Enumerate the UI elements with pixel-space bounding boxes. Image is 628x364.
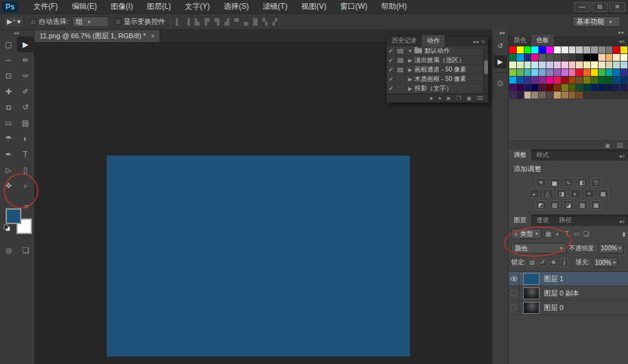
- color-swatch[interactable]: [591, 77, 598, 83]
- lock-all-icon[interactable]: ⚷: [560, 259, 568, 267]
- scrollbar-thumb[interactable]: [484, 60, 488, 74]
- checkmark-icon[interactable]: ✓: [387, 56, 396, 65]
- color-swatch[interactable]: [554, 46, 561, 53]
- channel-mixer-icon[interactable]: ◓: [584, 189, 595, 198]
- visibility-toggle[interactable]: [509, 272, 519, 286]
- tab-channels[interactable]: 通道: [531, 215, 554, 226]
- gradient-tool[interactable]: ▤: [17, 115, 34, 131]
- delete-icon[interactable]: ⌧: [477, 95, 483, 101]
- color-swatch[interactable]: [591, 46, 598, 53]
- color-swatch[interactable]: [569, 92, 576, 99]
- color-swatch[interactable]: [613, 54, 620, 61]
- type-tool[interactable]: T: [17, 146, 34, 162]
- color-swatch[interactable]: [524, 62, 531, 68]
- expand-panels-icon[interactable]: ▸▸: [492, 28, 508, 37]
- close-button[interactable]: ✕: [609, 2, 625, 12]
- color-swatch[interactable]: [606, 46, 613, 53]
- color-swatch[interactable]: [598, 46, 605, 53]
- color-swatch[interactable]: [591, 69, 598, 76]
- stop-icon[interactable]: ■: [430, 95, 433, 101]
- lock-position-icon[interactable]: ✥: [550, 259, 558, 267]
- clone-source-panel-icon[interactable]: ⎙: [494, 77, 507, 90]
- blur-tool[interactable]: ☂: [0, 131, 17, 146]
- quick-mask-button[interactable]: ◎: [1, 244, 18, 257]
- crop-tool[interactable]: ⊡: [0, 68, 17, 83]
- checkmark-icon[interactable]: ✓: [387, 84, 396, 93]
- dialog-toggle-icon[interactable]: [396, 65, 406, 74]
- panel-menu-icon[interactable]: ▾≡: [616, 154, 628, 161]
- menu-item-2[interactable]: 图像(I): [104, 0, 139, 13]
- clone-stamp-tool[interactable]: ◘: [0, 99, 17, 115]
- close-tab-icon[interactable]: ×: [151, 33, 154, 40]
- color-swatch[interactable]: [576, 62, 583, 68]
- hue-saturation-icon[interactable]: ◒: [529, 189, 539, 198]
- disclosure-icon[interactable]: ▶: [406, 86, 414, 92]
- color-swatch[interactable]: [531, 46, 538, 53]
- color-swatch[interactable]: [509, 46, 516, 53]
- smartobject-filter-icon[interactable]: ❏: [582, 230, 591, 237]
- new-swatch-icon[interactable]: ▣: [605, 142, 610, 149]
- posterize-icon[interactable]: ▨: [550, 200, 560, 210]
- toolbar-grip[interactable]: ▸▸: [0, 30, 34, 36]
- color-swatch[interactable]: [539, 54, 546, 61]
- screen-mode-button[interactable]: ❏: [18, 244, 35, 257]
- disclosure-icon[interactable]: ▶: [406, 58, 414, 63]
- color-swatch[interactable]: [554, 92, 561, 99]
- color-swatch[interactable]: [517, 92, 524, 99]
- color-swatch[interactable]: [509, 54, 516, 61]
- lock-image-icon[interactable]: ✐: [539, 259, 547, 267]
- black-white-icon[interactable]: ◨: [556, 189, 567, 198]
- color-swatch[interactable]: [598, 77, 605, 83]
- color-swatch[interactable]: [517, 54, 524, 61]
- shape-filter-icon[interactable]: ▭: [572, 230, 582, 237]
- color-swatch[interactable]: [606, 77, 613, 83]
- action-row[interactable]: ✓▶投影（文字）: [387, 84, 488, 94]
- tab-color[interactable]: 颜色: [509, 35, 531, 46]
- color-swatch[interactable]: [524, 54, 531, 61]
- dialog-toggle-icon[interactable]: [396, 75, 406, 83]
- menu-item-0[interactable]: 文件(F): [27, 0, 64, 13]
- color-swatch[interactable]: [539, 62, 546, 68]
- color-swatch[interactable]: [569, 62, 576, 68]
- menu-item-5[interactable]: 选择(S): [217, 0, 255, 13]
- visibility-toggle[interactable]: [509, 301, 519, 315]
- color-swatch[interactable]: [583, 62, 590, 68]
- color-swatch[interactable]: [554, 77, 561, 83]
- color-swatch[interactable]: [598, 84, 605, 91]
- color-swatch[interactable]: [539, 77, 546, 83]
- menu-item-1[interactable]: 编辑(E): [65, 0, 103, 13]
- color-swatch[interactable]: [517, 84, 524, 91]
- trash-icon[interactable]: ⌧: [617, 142, 623, 149]
- color-swatch[interactable]: [569, 46, 576, 53]
- hand-tool[interactable]: ✥: [0, 178, 17, 193]
- tab-actions[interactable]: 动作: [422, 35, 445, 46]
- exposure-icon[interactable]: ◧: [577, 178, 588, 187]
- vibrance-icon[interactable]: ▽: [591, 178, 602, 187]
- workspace-dropdown[interactable]: 基本功能 ▾: [573, 16, 620, 27]
- checkmark-icon[interactable]: ✓: [387, 46, 396, 55]
- levels-icon[interactable]: ▅: [550, 178, 560, 187]
- fill-dropdown[interactable]: 100% ▾: [593, 257, 619, 267]
- color-swatch[interactable]: [620, 54, 627, 61]
- color-swatch[interactable]: [509, 84, 516, 91]
- color-swatch[interactable]: [546, 84, 553, 91]
- color-swatch[interactable]: [576, 69, 583, 76]
- color-swatch[interactable]: [539, 69, 546, 76]
- color-swatch[interactable]: [569, 77, 576, 83]
- menu-item-7[interactable]: 视图(V): [295, 0, 333, 13]
- color-swatch[interactable]: [561, 54, 568, 61]
- color-swatch[interactable]: [620, 69, 627, 76]
- zoom-tool[interactable]: ⌕: [17, 178, 34, 193]
- color-swatch[interactable]: [591, 84, 598, 91]
- color-swatch[interactable]: [554, 84, 561, 91]
- color-swatch[interactable]: [613, 84, 620, 91]
- record-icon[interactable]: ●: [438, 95, 441, 101]
- color-swatch[interactable]: [606, 69, 613, 76]
- color-swatch[interactable]: [524, 69, 531, 76]
- layer-row[interactable]: 图层 0 副本: [509, 286, 628, 301]
- color-swatch[interactable]: [531, 69, 538, 76]
- current-tool-badge[interactable]: ▶⁺ ▾: [4, 16, 24, 28]
- history-brush-tool[interactable]: ↺: [17, 99, 34, 115]
- threshold-icon[interactable]: ◪: [563, 200, 574, 210]
- tab-history[interactable]: 历史记录: [387, 35, 422, 46]
